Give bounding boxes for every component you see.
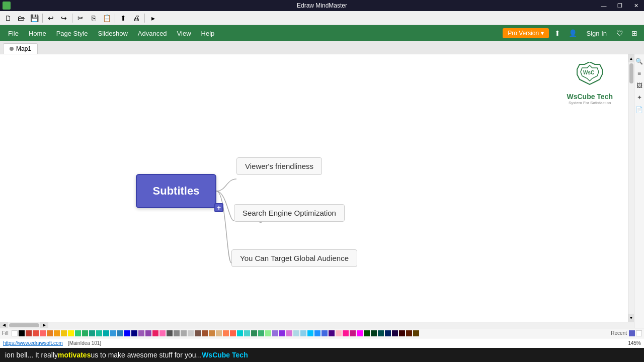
- grid-icon[interactable]: ⊞: [629, 28, 640, 39]
- maximize-button[interactable]: ❐: [612, 0, 628, 11]
- share-icon[interactable]: ⬆: [552, 28, 563, 39]
- redo-button[interactable]: ↪: [58, 13, 70, 24]
- menu-help[interactable]: Help: [196, 28, 220, 39]
- color-dk8[interactable]: [413, 330, 419, 336]
- color-gray1[interactable]: [167, 330, 173, 336]
- color-blue2[interactable]: [117, 330, 123, 336]
- central-node[interactable]: Subtitles +: [136, 174, 216, 208]
- color-orange1[interactable]: [47, 330, 53, 336]
- recent-color2[interactable]: [636, 330, 642, 336]
- menu-file[interactable]: File: [3, 28, 24, 39]
- color-brown1[interactable]: [195, 330, 201, 336]
- color-brown2[interactable]: [202, 330, 208, 336]
- color-purple2[interactable]: [145, 330, 151, 336]
- panel-search-icon[interactable]: 🔍: [634, 56, 644, 66]
- user-icon[interactable]: 👤: [566, 28, 580, 39]
- color-pink1[interactable]: [152, 330, 158, 336]
- window-controls[interactable]: — ❐ ✕: [596, 0, 644, 11]
- signin-button[interactable]: Sign In: [583, 28, 611, 39]
- color-salmon[interactable]: [230, 330, 236, 336]
- color-ltblue2[interactable]: [300, 330, 306, 336]
- color-royal[interactable]: [321, 330, 328, 336]
- color-navy[interactable]: [131, 330, 137, 336]
- color-white[interactable]: [12, 330, 18, 336]
- scroll-down-button[interactable]: ▼: [628, 314, 634, 322]
- color-dk5[interactable]: [392, 330, 398, 336]
- color-seagreen[interactable]: [251, 330, 257, 336]
- horizontal-scrollbar[interactable]: ◀ ▶: [0, 322, 634, 328]
- color-dk4[interactable]: [385, 330, 391, 336]
- color-gray2[interactable]: [174, 330, 180, 336]
- panel-format-icon[interactable]: 📄: [634, 105, 644, 115]
- color-teal1[interactable]: [96, 330, 102, 336]
- color-dk3[interactable]: [378, 330, 384, 336]
- panel-image-icon[interactable]: 🖼: [635, 80, 644, 90]
- node-global-audience[interactable]: You Can Target Global Audience: [231, 249, 357, 267]
- color-purple1[interactable]: [138, 330, 144, 336]
- scroll-right-button[interactable]: ▶: [40, 322, 48, 328]
- node-viewers-friendliness[interactable]: Viewer's friendliness: [236, 157, 322, 175]
- print-button[interactable]: 🖨: [130, 13, 142, 24]
- vertical-scrollbar[interactable]: ▲ ▼: [628, 54, 634, 322]
- color-red2[interactable]: [33, 330, 39, 336]
- color-dk7[interactable]: [406, 330, 412, 336]
- color-orchid[interactable]: [286, 330, 292, 336]
- color-green2[interactable]: [89, 330, 95, 336]
- color-dk2[interactable]: [371, 330, 377, 336]
- copy-button[interactable]: ⎘: [88, 13, 100, 24]
- open-button[interactable]: 🗁: [15, 13, 27, 24]
- color-gray3[interactable]: [181, 330, 187, 336]
- color-black[interactable]: [19, 330, 25, 336]
- color-blue3[interactable]: [124, 330, 130, 336]
- color-hotpink[interactable]: [343, 330, 349, 336]
- menu-view[interactable]: View: [172, 28, 196, 39]
- new-button[interactable]: 🗋: [2, 13, 14, 24]
- color-yellow2[interactable]: [68, 330, 74, 336]
- color-lavender[interactable]: [272, 330, 278, 336]
- shield-icon[interactable]: 🛡: [614, 28, 626, 39]
- more-button[interactable]: ▸: [147, 13, 159, 24]
- close-button[interactable]: ✕: [628, 0, 644, 11]
- color-rose[interactable]: [336, 330, 342, 336]
- cut-button[interactable]: ✂: [74, 13, 87, 24]
- color-cyan2[interactable]: [244, 330, 250, 336]
- scroll-thumb-horizontal[interactable]: [9, 323, 39, 327]
- color-crimson[interactable]: [350, 330, 356, 336]
- minimize-button[interactable]: —: [596, 0, 612, 11]
- color-dk1[interactable]: [364, 330, 370, 336]
- color-teal2[interactable]: [103, 330, 109, 336]
- color-dk6[interactable]: [399, 330, 405, 336]
- scroll-left-button[interactable]: ◀: [0, 322, 8, 328]
- color-dodger[interactable]: [314, 330, 320, 336]
- node-seo[interactable]: Search Engine Optimization: [234, 204, 345, 222]
- color-tan[interactable]: [216, 330, 222, 336]
- save-button[interactable]: 💾: [28, 13, 40, 24]
- color-orange2[interactable]: [54, 330, 60, 336]
- color-cyan1[interactable]: [237, 330, 243, 336]
- color-pink2[interactable]: [159, 330, 166, 336]
- panel-style-icon[interactable]: ✦: [635, 93, 643, 103]
- undo-button[interactable]: ↩: [45, 13, 57, 24]
- pro-version-button[interactable]: Pro Version ▾: [503, 28, 548, 38]
- color-green1[interactable]: [82, 330, 88, 336]
- canvas[interactable]: Subtitles + Viewer's friendliness Search…: [0, 54, 628, 322]
- color-brown3[interactable]: [209, 330, 215, 336]
- color-blue1[interactable]: [110, 330, 116, 336]
- color-violet[interactable]: [279, 330, 285, 336]
- menu-page-style[interactable]: Page Style: [51, 28, 93, 39]
- color-medgreen[interactable]: [258, 330, 264, 336]
- recent-color1[interactable]: [629, 330, 635, 336]
- color-ltgreen[interactable]: [265, 330, 271, 336]
- color-gray4[interactable]: [188, 330, 194, 336]
- color-skyblue[interactable]: [307, 330, 313, 336]
- panel-list-icon[interactable]: ≡: [636, 68, 642, 78]
- color-ltblue1[interactable]: [293, 330, 299, 336]
- color-red3[interactable]: [40, 330, 46, 336]
- status-url[interactable]: https://www.edrawsoft.com: [3, 340, 63, 346]
- color-coral[interactable]: [223, 330, 229, 336]
- add-child-button[interactable]: +: [214, 203, 223, 212]
- color-lime[interactable]: [75, 330, 81, 336]
- export-button[interactable]: ⬆: [117, 13, 129, 24]
- menu-slideshow[interactable]: Slideshow: [93, 28, 133, 39]
- color-indigo[interactable]: [329, 330, 335, 336]
